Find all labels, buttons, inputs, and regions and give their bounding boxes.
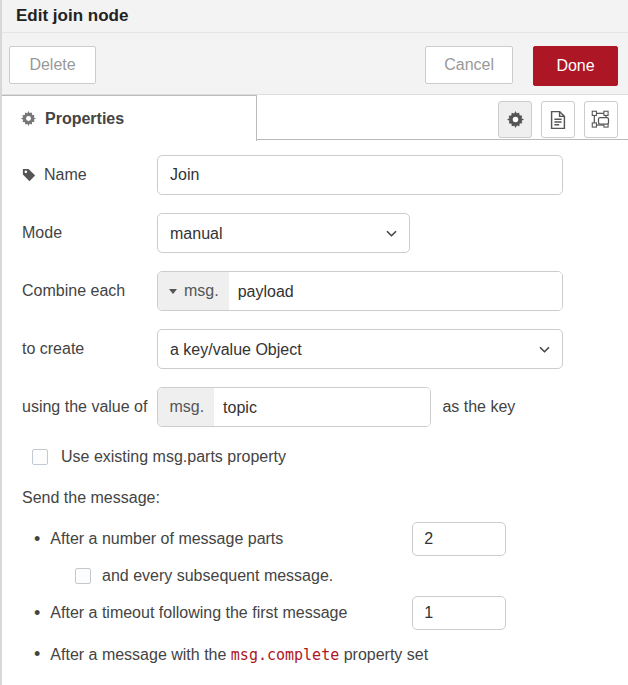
node-appearance-icon [591,110,611,130]
key-property-input[interactable] [214,388,430,427]
count-option-row: After a number of message parts [22,522,608,556]
tag-icon [22,168,36,182]
send-message-heading: Send the message: [22,489,608,507]
msg-complete-code: msg.complete [231,646,339,664]
complete-option-label: After a message with the msg.complete pr… [50,646,428,664]
edit-join-node-dialog: Edit join node Delete Cancel Done Proper… [0,0,628,685]
delete-button[interactable]: Delete [9,46,96,84]
appearance-button[interactable] [584,101,618,138]
to-create-row: to create a key/value Object [22,329,608,369]
name-row: Name [22,155,608,195]
document-icon [550,110,566,130]
use-parts-label: Use existing msg.parts property [61,448,286,466]
name-input[interactable] [157,155,563,195]
properties-form: Name Mode manual Combine each msg. [2,140,628,665]
use-parts-row: Use existing msg.parts property [22,448,608,466]
combine-typed-input: msg. [157,271,563,311]
description-button[interactable] [541,101,575,138]
combine-row: Combine each msg. [22,271,608,311]
count-input[interactable] [412,522,506,556]
tab-properties[interactable]: Properties [2,95,257,141]
key-typed-input: msg. [157,387,431,427]
use-parts-checkbox[interactable] [32,449,48,465]
subsequent-label: and every subsequent message. [102,567,333,585]
subsequent-row: and every subsequent message. [75,567,608,585]
timeout-input[interactable] [412,596,506,630]
subsequent-row-wrap: and every subsequent message. [22,567,608,585]
key-row: using the value of msg. as the key [22,387,608,427]
dialog-header: Edit join node [2,0,628,33]
property-type-button[interactable]: msg. [158,272,229,310]
complete-option-row: After a message with the msg.complete pr… [22,644,608,665]
key-label-after: as the key [442,398,515,416]
property-type-label: msg. [184,282,219,300]
tab-icon-buttons [498,101,618,138]
tab-bar: Properties [2,95,628,140]
timeout-option-row: After a timeout following the first mess… [22,596,608,630]
key-label-before: using the value of [22,398,147,416]
key-type-label: msg. [169,398,204,416]
count-option-label: After a number of message parts [50,530,412,548]
toolbar-right-group: Cancel Done [425,46,618,86]
dialog-title: Edit join node [16,6,128,26]
to-create-select[interactable]: a key/value Object [157,329,563,369]
send-options-list: After a number of message parts and ever… [22,522,608,665]
tab-properties-label: Properties [45,110,124,128]
mode-label: Mode [22,224,62,242]
mode-select[interactable]: manual [157,213,410,253]
caret-down-icon [169,289,177,294]
gear-icon [21,111,36,126]
to-create-label: to create [22,340,84,358]
to-create-select-wrap: a key/value Object [157,329,563,369]
combine-property-input[interactable] [229,272,562,311]
name-label-group: Name [22,166,157,184]
done-button[interactable]: Done [533,46,618,86]
timeout-option-label: After a timeout following the first mess… [50,604,412,622]
key-type-button[interactable]: msg. [158,388,214,426]
name-label: Name [44,166,87,184]
mode-row: Mode manual [22,213,608,253]
subsequent-checkbox[interactable] [75,568,91,584]
properties-gear-button[interactable] [498,101,532,138]
mode-select-wrap: manual [157,213,410,253]
gear-icon [507,111,524,128]
dialog-toolbar: Delete Cancel Done [2,33,628,95]
combine-label: Combine each [22,282,125,300]
cancel-button[interactable]: Cancel [425,46,513,84]
